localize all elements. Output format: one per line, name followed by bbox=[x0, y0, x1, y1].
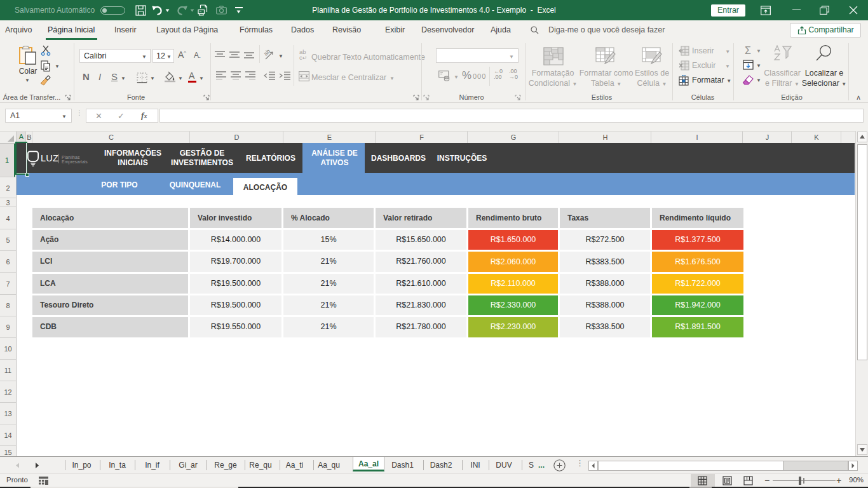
svg-text:ab: ab bbox=[264, 49, 271, 57]
